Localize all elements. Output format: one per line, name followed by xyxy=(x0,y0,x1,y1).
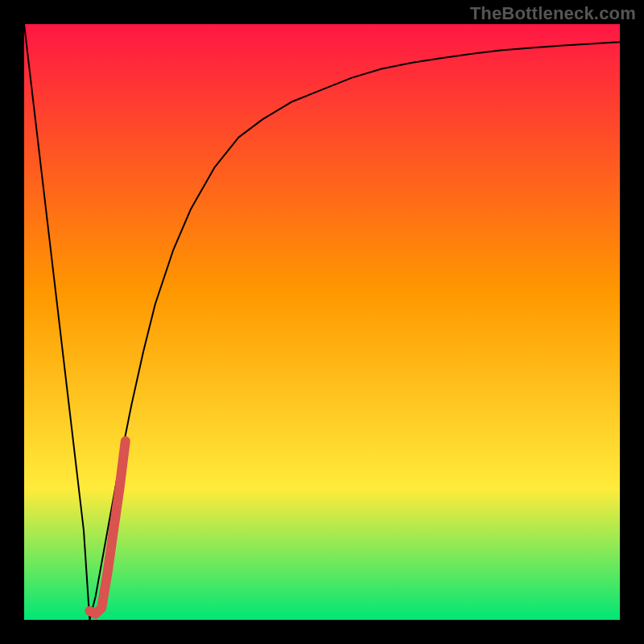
chart-frame: TheBottleneck.com xyxy=(0,0,644,644)
chart-svg xyxy=(24,24,620,620)
watermark-text: TheBottleneck.com xyxy=(470,3,636,24)
plot-area xyxy=(24,24,620,620)
